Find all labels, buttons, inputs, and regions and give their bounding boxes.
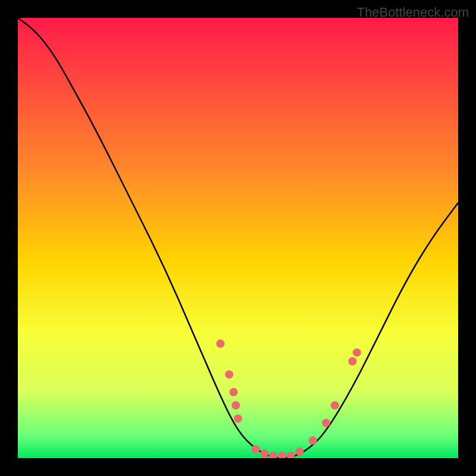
highlight-dot	[260, 450, 268, 458]
highlight-dot	[353, 348, 361, 356]
highlight-dot	[231, 401, 240, 409]
highlight-dot	[309, 436, 317, 444]
highlight-dot	[252, 445, 260, 453]
highlight-dot	[216, 340, 224, 348]
highlight-dot	[331, 401, 339, 409]
highlight-dot	[322, 419, 330, 427]
watermark-text: TheBottleneck.com	[357, 5, 469, 20]
gradient-background	[18, 18, 458, 458]
highlight-dot	[225, 370, 233, 378]
highlight-dot	[234, 414, 242, 422]
highlight-dot	[348, 357, 356, 365]
chart-container: TheBottleneck.com	[0, 0, 476, 476]
highlight-dot	[230, 388, 238, 396]
highlight-dot	[296, 447, 304, 456]
chart-svg	[18, 18, 458, 458]
